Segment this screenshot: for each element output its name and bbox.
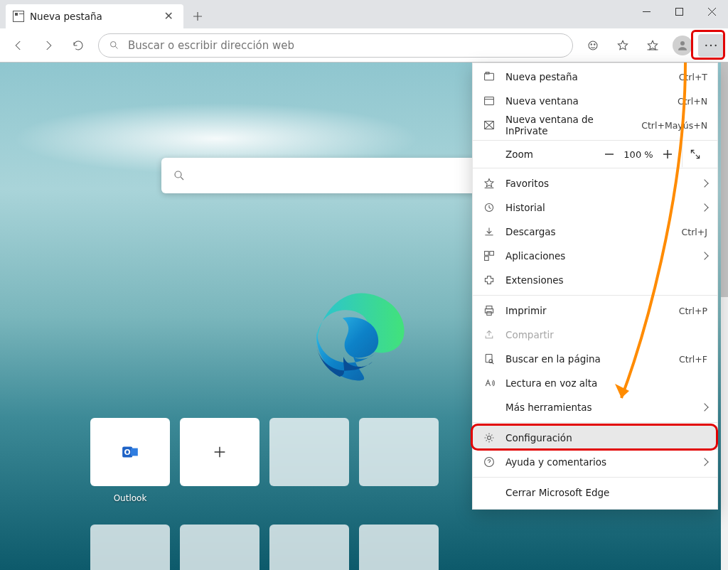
zoom-label: Zoom bbox=[505, 149, 599, 160]
menu-item-favorites[interactable]: Favoritos bbox=[473, 171, 717, 195]
menu-item-close-edge[interactable]: Cerrar Microsoft Edge bbox=[473, 480, 717, 505]
minimize-button[interactable] bbox=[630, 0, 663, 23]
menu-separator bbox=[473, 422, 717, 423]
more-menu-button[interactable] bbox=[698, 34, 724, 57]
menu-item-share: Compartir bbox=[473, 323, 717, 347]
outlook-icon: O bbox=[120, 442, 140, 462]
star-icon bbox=[483, 177, 496, 190]
gear-icon bbox=[483, 431, 496, 444]
svg-point-1 bbox=[111, 42, 117, 48]
search-icon bbox=[173, 169, 186, 182]
svg-point-26 bbox=[488, 436, 491, 440]
menu-item-print[interactable]: Imprimir Ctrl+P bbox=[473, 299, 717, 323]
svg-point-7 bbox=[710, 44, 712, 45]
address-input[interactable] bbox=[127, 38, 562, 53]
zoom-value: 100 % bbox=[619, 149, 658, 160]
chevron-right-icon bbox=[700, 203, 708, 211]
read-aloud-icon bbox=[483, 377, 496, 389]
svg-rect-15 bbox=[485, 97, 494, 104]
tracking-prevention-button[interactable] bbox=[579, 31, 607, 60]
quick-link-outlook[interactable]: O Outlook bbox=[90, 418, 170, 486]
new-tab-button[interactable] bbox=[183, 4, 212, 28]
window-titlebar: Nueva pestaña ✕ bbox=[0, 0, 728, 28]
zoom-in-button[interactable] bbox=[658, 144, 678, 164]
profile-button[interactable] bbox=[668, 31, 697, 60]
menu-item-new-tab[interactable]: Nueva pestaña Ctrl+T bbox=[473, 65, 717, 89]
browser-toolbar bbox=[0, 28, 728, 63]
menu-item-read-aloud[interactable]: Lectura en voz alta bbox=[473, 371, 717, 395]
inprivate-icon bbox=[483, 119, 496, 131]
menu-item-history[interactable]: Historial bbox=[473, 195, 717, 220]
edge-logo-icon bbox=[311, 287, 410, 387]
window-icon bbox=[483, 95, 496, 107]
menu-item-downloads[interactable]: Descargas Ctrl+J bbox=[473, 220, 717, 244]
download-icon bbox=[483, 225, 496, 238]
menu-item-settings[interactable]: Configuración bbox=[473, 426, 717, 450]
svg-point-8 bbox=[715, 44, 717, 45]
svg-rect-19 bbox=[490, 252, 494, 256]
print-icon bbox=[483, 304, 496, 317]
chevron-right-icon bbox=[700, 252, 708, 259]
menu-item-new-window[interactable]: Nueva ventana Ctrl+N bbox=[473, 89, 717, 113]
help-icon bbox=[483, 456, 496, 468]
scrollbar-thumb[interactable] bbox=[721, 63, 728, 297]
svg-point-9 bbox=[175, 171, 181, 178]
favorite-star-button[interactable] bbox=[609, 31, 637, 60]
menu-item-new-inprivate[interactable]: Nueva ventana de InPrivate Ctrl+Mayús+N bbox=[473, 113, 717, 137]
search-icon bbox=[109, 40, 119, 50]
share-icon bbox=[483, 328, 496, 341]
svg-rect-18 bbox=[485, 252, 489, 256]
close-tab-button[interactable]: ✕ bbox=[161, 8, 176, 25]
svg-rect-12 bbox=[131, 448, 138, 456]
svg-rect-21 bbox=[486, 306, 492, 309]
extension-icon bbox=[483, 274, 496, 286]
new-tab-page-icon bbox=[13, 11, 24, 22]
new-tab-icon bbox=[483, 70, 496, 83]
menu-item-help[interactable]: Ayuda y comentarios bbox=[473, 450, 717, 474]
svg-rect-22 bbox=[485, 309, 493, 313]
svg-rect-13 bbox=[485, 73, 494, 80]
zoom-out-button[interactable] bbox=[599, 144, 619, 164]
fullscreen-button[interactable] bbox=[682, 141, 707, 167]
svg-rect-23 bbox=[487, 312, 491, 316]
refresh-button[interactable] bbox=[64, 31, 92, 60]
close-window-button[interactable] bbox=[695, 0, 728, 23]
menu-separator bbox=[473, 477, 717, 478]
empty-quick-link-slot[interactable] bbox=[269, 418, 349, 486]
empty-quick-link-slot[interactable] bbox=[269, 525, 349, 570]
forward-button[interactable] bbox=[34, 31, 63, 60]
find-icon bbox=[483, 353, 496, 365]
menu-item-extensions[interactable]: Extensiones bbox=[473, 268, 717, 292]
favorites-bar-button[interactable] bbox=[638, 31, 667, 60]
browser-tab[interactable]: Nueva pestaña ✕ bbox=[6, 4, 183, 28]
svg-point-5 bbox=[680, 41, 685, 45]
menu-item-more-tools[interactable]: Más herramientas bbox=[473, 395, 717, 419]
vertical-scrollbar[interactable] bbox=[721, 63, 728, 570]
empty-quick-link-slot[interactable] bbox=[90, 525, 170, 570]
svg-point-4 bbox=[594, 43, 596, 45]
window-controls bbox=[630, 0, 728, 28]
add-quick-link-button[interactable] bbox=[180, 418, 259, 486]
menu-item-find-in-page[interactable]: Buscar en la página Ctrl+F bbox=[473, 347, 717, 371]
menu-separator bbox=[473, 295, 717, 296]
empty-quick-link-slot[interactable] bbox=[359, 418, 439, 486]
maximize-button[interactable] bbox=[663, 0, 695, 23]
history-icon bbox=[483, 201, 496, 214]
menu-item-apps[interactable]: Aplicaciones bbox=[473, 244, 717, 268]
avatar-icon bbox=[673, 36, 692, 55]
address-bar[interactable] bbox=[98, 33, 573, 58]
tab-title: Nueva pestaña bbox=[30, 11, 156, 22]
svg-point-6 bbox=[705, 44, 707, 45]
back-button[interactable] bbox=[4, 31, 33, 60]
zoom-controls: Zoom 100 % bbox=[473, 140, 717, 168]
chevron-right-icon bbox=[700, 458, 708, 466]
svg-point-3 bbox=[591, 43, 592, 45]
svg-text:O: O bbox=[124, 448, 131, 457]
svg-rect-20 bbox=[485, 257, 489, 261]
empty-quick-link-slot[interactable] bbox=[180, 525, 259, 570]
svg-rect-0 bbox=[675, 8, 682, 15]
settings-and-more-menu: Nueva pestaña Ctrl+T Nueva ventana Ctrl+… bbox=[472, 63, 718, 510]
chevron-right-icon bbox=[700, 403, 708, 411]
empty-quick-link-slot[interactable] bbox=[359, 525, 439, 570]
svg-point-2 bbox=[589, 41, 597, 50]
